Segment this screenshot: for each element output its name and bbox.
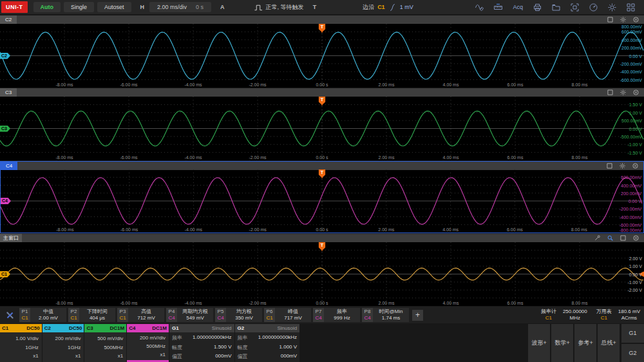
dmm-channel: C1 <box>601 315 607 321</box>
menu-button-数学[interactable]: 数学+ <box>551 324 573 362</box>
voltage-axis-label: 1.50 V <box>629 102 642 107</box>
measure-icon[interactable] <box>494 3 502 12</box>
generator-button-g2[interactable]: G2 <box>621 344 644 362</box>
edge-slope-icon <box>388 3 397 12</box>
probe-icon[interactable] <box>594 235 600 241</box>
voltage-axis-label: 600.00mV <box>621 175 641 180</box>
measurement-readout: 周期均方根549 mV <box>177 308 213 322</box>
menu-button-参考[interactable]: 参考+ <box>574 324 596 362</box>
measurement-p4[interactable]: P4C4 周期均方根549 mV <box>166 308 213 322</box>
measurement-readout: 下降时间404 μs <box>79 308 115 322</box>
uni-t-logo: UNI-T <box>1 1 28 13</box>
tools-icon[interactable] <box>6 311 14 319</box>
channel-settings: 500 mV/div500MHzx1 <box>84 332 126 362</box>
measurement-p7[interactable]: P7C4 频率999 Hz <box>313 308 360 322</box>
wave-icon[interactable] <box>475 3 484 12</box>
maximize-icon[interactable] <box>620 235 626 241</box>
measurement-id: P7C4 <box>313 308 324 322</box>
measurement-p6[interactable]: P6C1 峰值717 mV <box>264 308 311 322</box>
measurement-id: P8C4 <box>362 308 373 322</box>
panel-header-icons <box>607 17 639 23</box>
screenshot-icon[interactable] <box>571 3 579 12</box>
time-axis-label: -8.00 ms <box>56 227 73 232</box>
counter-unit: MHz <box>570 315 580 321</box>
time-axis-label: -6.00 ms <box>120 301 137 305</box>
measurement-id: P3C1 <box>117 308 128 322</box>
gauge-icon[interactable] <box>589 3 598 12</box>
counter-channel: C1 <box>545 315 552 321</box>
maximize-icon[interactable] <box>607 17 613 23</box>
pulse-icon <box>254 3 263 12</box>
measurement-p8[interactable]: P8C4 时间@Min1.74 ms <box>362 308 409 322</box>
measurement-p2[interactable]: P2C1 下降时间404 μs <box>68 308 115 322</box>
top-toolbar: UNI-T Auto Single Autoset H 2.00 ms/div … <box>0 0 644 14</box>
trigger-settings[interactable]: 边沿 C1 1 mV <box>363 3 413 12</box>
gear-icon[interactable] <box>608 3 616 12</box>
autoset-button[interactable]: Autoset <box>97 2 131 12</box>
time-axis-label: -6.00 ms <box>120 82 137 87</box>
generator-buttons: G1G2 <box>621 324 644 362</box>
voltage-axis-label: 400.00mV <box>621 37 642 42</box>
generator-settings: 频率1.000000000kHz幅度1.500 V偏置000mV <box>169 332 234 362</box>
close-icon[interactable] <box>633 235 639 241</box>
acquisition-status[interactable]: 正常, 等待触发 <box>254 3 304 12</box>
file-manager-icon[interactable] <box>552 3 560 12</box>
zoom-icon[interactable] <box>607 235 613 241</box>
channel-block-c3[interactable]: C3DC1M 500 mV/div500MHzx1 <box>84 324 126 362</box>
menu-button-总线[interactable]: 总线+ <box>598 324 620 362</box>
time-axis-label: -4.00 ms <box>184 82 202 87</box>
waveform-plot[interactable]: T C4 600.00mV400.00mV200.00mV0.00 V-200.… <box>1 169 643 233</box>
waveform-svg <box>1 169 643 233</box>
generator-block-g1[interactable]: G1Sinusoid 频率1.000000000kHz幅度1.500 V偏置00… <box>169 324 234 362</box>
time-axis-label: 2.00 ms <box>378 227 394 232</box>
printer-icon[interactable] <box>533 3 542 12</box>
maximize-icon[interactable] <box>607 163 612 169</box>
settings-icon[interactable] <box>620 17 626 23</box>
waveform-svg <box>0 242 644 306</box>
panel-header: C2 <box>0 15 644 24</box>
close-icon[interactable] <box>633 90 639 95</box>
time-axis-label: -6.00 ms <box>120 155 137 160</box>
settings-icon[interactable] <box>620 163 625 169</box>
timebase-button[interactable]: 2.00 ms/div 0 s <box>149 2 211 12</box>
menu-button-波形[interactable]: 波形+ <box>528 324 550 362</box>
waveform-plot[interactable]: T C1 2.00 V1.00 V0.00 V-1.00 V-2.00 V-8.… <box>0 242 644 306</box>
measurement-p3[interactable]: P3C1 高值712 mV <box>117 308 164 322</box>
panel-tab-c3[interactable]: C3 <box>0 88 17 97</box>
time-axis-label: -6.00 ms <box>120 227 138 232</box>
scope-panel: C3 T C3 1.50 V1.00 V500.00mV0.00 V-500.0… <box>0 88 644 160</box>
time-axis-label: 4.00 ms <box>443 82 459 87</box>
waveform-plot[interactable]: T C3 1.50 V1.00 V500.00mV0.00 V-500.00mV… <box>0 97 644 160</box>
measurement-id: P2C1 <box>68 308 79 322</box>
close-icon[interactable] <box>632 163 638 169</box>
single-button[interactable]: Single <box>64 2 94 12</box>
settings-icon[interactable] <box>620 90 626 95</box>
channel-block-c4[interactable]: C4DC1M 200 mV/div500MHzx1 <box>127 324 169 362</box>
voltage-axis-label: 800.00mV <box>621 24 642 29</box>
add-measurement-button[interactable]: + <box>412 310 423 321</box>
dmm-label: 万用表 <box>596 309 612 315</box>
frequency-counter[interactable]: 频率计 C1 250.00000 MHz <box>541 309 587 321</box>
trigger-label: T <box>313 4 317 10</box>
maximize-icon[interactable] <box>607 90 613 95</box>
measure-tools-button[interactable] <box>0 311 19 319</box>
generator-button-g1[interactable]: G1 <box>621 324 644 343</box>
voltage-axis-label: -400.00mV <box>620 70 642 74</box>
multimeter-readout[interactable]: 万用表 C1 180.6 mV ACrms <box>596 309 640 321</box>
generator-block-g2[interactable]: G2Sinusoid 频率1.000000000kHz幅度1.000 V偏置00… <box>235 324 300 362</box>
bottom-bar: C1DC50 1.00 V/div1GHzx1 C2DC50 200 mV/di… <box>0 324 644 362</box>
panel-tab-c1[interactable]: 主窗口 <box>0 234 22 242</box>
waveform-plot[interactable]: T C2 800.00mV600.00mV400.00mV200.00mV0.0… <box>0 24 644 88</box>
measurement-p1[interactable]: P1C1 中值2.00 mV <box>19 308 66 322</box>
time-axis-label: -2.00 ms <box>249 301 266 305</box>
time-axis-label: -2.00 ms <box>249 227 267 232</box>
apps-grid-icon[interactable] <box>627 3 635 12</box>
generator-header: G2Sinusoid <box>235 324 300 332</box>
close-icon[interactable] <box>633 17 639 23</box>
channel-block-c1[interactable]: C1DC50 1.00 V/div1GHzx1 <box>0 324 42 362</box>
channel-block-c2[interactable]: C2DC50 200 mV/div1GHzx1 <box>43 324 84 362</box>
run-mode-button[interactable]: Auto <box>33 2 61 12</box>
acquire-menu-button[interactable]: Acq <box>513 4 523 10</box>
measurement-p5[interactable]: P5C4 均方根350 mV <box>215 308 262 322</box>
panel-tab-c2[interactable]: C2 <box>0 15 17 24</box>
